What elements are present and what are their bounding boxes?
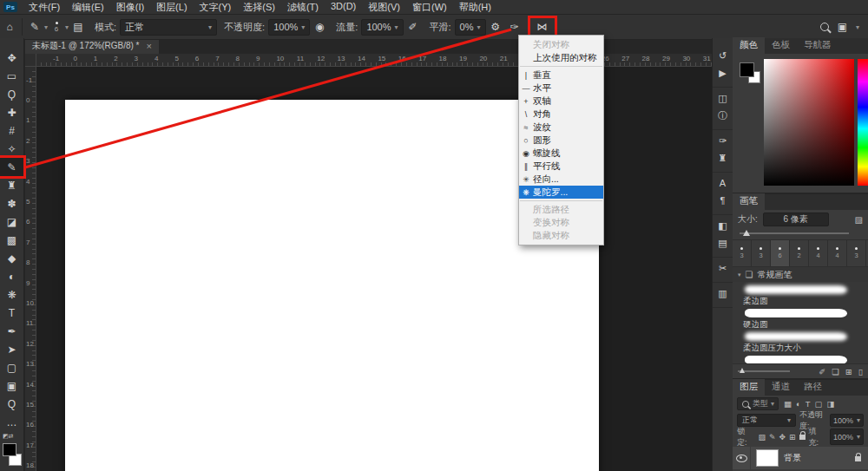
blend-mode-select[interactable]: 正常 ▾ xyxy=(120,19,217,36)
slider-thumb[interactable] xyxy=(743,230,750,236)
brush-group-row[interactable]: ▾ ❏ 常规画笔 xyxy=(733,267,868,282)
tool-gradient-tool[interactable]: ▩ xyxy=(0,231,23,249)
brush-settings-icon[interactable]: ▨ xyxy=(855,215,863,225)
slider-thumb[interactable] xyxy=(740,368,745,373)
tool-crop-tool[interactable]: # xyxy=(0,121,23,140)
lock-transparent-icon[interactable]: ▨ xyxy=(758,433,766,442)
brush-preset[interactable]: 柔边圆压力大小 xyxy=(743,332,868,352)
tool-blur-tool[interactable]: ◆ xyxy=(0,249,23,267)
recent-brush[interactable]: 4 xyxy=(809,240,828,266)
foreground-color-swatch[interactable] xyxy=(740,62,754,77)
menu-file[interactable]: 文件(F) xyxy=(23,1,66,14)
panel-color-swatches[interactable] xyxy=(740,62,762,85)
libraries-panel-icon[interactable]: ▥ xyxy=(713,285,733,302)
menu-item-spiral[interactable]: ◉螺旋线 xyxy=(519,147,603,160)
lock-all-icon[interactable] xyxy=(799,432,806,442)
preview-size-slider[interactable] xyxy=(738,370,790,372)
recent-brush[interactable]: 4 xyxy=(828,240,847,266)
pressure-size-icon[interactable]: ✑ xyxy=(505,21,524,33)
workspace-switcher-icon[interactable]: ▣ xyxy=(838,21,847,33)
menu-item-mandala[interactable]: ❋曼陀罗... xyxy=(519,186,603,199)
foreground-color-swatch[interactable] xyxy=(3,443,16,456)
menu-type[interactable]: 文字(Y) xyxy=(194,1,238,14)
notes-panel-icon[interactable]: ▤ xyxy=(713,234,733,252)
filter-smart-icon[interactable]: ◨ xyxy=(827,399,835,409)
menu-item-circle[interactable]: ○圆形 xyxy=(519,134,603,147)
tool-dodge-tool[interactable]: ◐ xyxy=(0,267,23,285)
stroke-preview-toggle-icon[interactable]: ✐ xyxy=(819,367,825,376)
recent-brush[interactable]: 3 xyxy=(847,240,866,266)
layer-row-background[interactable]: 背景 xyxy=(733,447,868,469)
menu-help[interactable]: 帮助(H) xyxy=(453,1,497,14)
hue-slider[interactable] xyxy=(858,59,868,186)
menu-item-horizontal[interactable]: ―水平 xyxy=(519,82,603,95)
menu-image[interactable]: 图像(I) xyxy=(110,1,150,14)
info-panel-icon[interactable]: ⓘ xyxy=(713,107,733,124)
tool-brush-tool[interactable]: ✎ xyxy=(0,158,23,176)
menu-layer[interactable]: 图层(L) xyxy=(150,1,193,14)
recent-brush[interactable]: 6 xyxy=(771,240,790,266)
tab-channels[interactable]: 通道 xyxy=(765,379,797,396)
tool-eyedropper-tool[interactable]: ✧ xyxy=(0,140,23,158)
menu-select[interactable]: 选择(S) xyxy=(237,1,281,14)
layer-thumbnail[interactable] xyxy=(756,449,779,467)
tab-brushes[interactable]: 画笔 xyxy=(733,193,765,210)
menu-view[interactable]: 视图(V) xyxy=(362,1,406,14)
home-icon[interactable]: ⌂ xyxy=(0,21,19,33)
layer-opacity-select[interactable]: 100% ▾ xyxy=(830,414,864,427)
brush-size-field[interactable]: 6 像素 xyxy=(763,213,829,226)
brush-size-preview[interactable]: 6 xyxy=(48,22,65,33)
tool-eraser-tool[interactable]: ◪ xyxy=(0,213,23,231)
airbrush-icon[interactable]: ✐ xyxy=(404,21,423,33)
history-panel-icon[interactable]: ↺ xyxy=(713,47,733,64)
paragraph-panel-icon[interactable]: ¶ xyxy=(713,192,733,209)
swap-colors-icon[interactable]: ◩⇄ xyxy=(3,433,13,440)
delete-brush-icon[interactable]: ▯ xyxy=(858,367,863,376)
tool-move-tool[interactable]: ✥ xyxy=(0,49,23,67)
tool-presets-panel-icon[interactable]: ✂ xyxy=(713,259,733,277)
tool-shape-tool[interactable]: ▢ xyxy=(0,358,23,376)
tab-swatches[interactable]: 色板 xyxy=(765,37,797,54)
filter-adjustment-icon[interactable]: ◐ xyxy=(796,399,801,409)
menu-edit[interactable]: 编辑(E) xyxy=(66,1,110,14)
smoothing-options-gear-icon[interactable]: ⚙ xyxy=(486,21,505,33)
tool-clone-stamp-tool[interactable]: ♜ xyxy=(0,176,23,194)
tab-color[interactable]: 颜色 xyxy=(733,37,765,54)
new-brush-icon[interactable]: ⊞ xyxy=(845,367,852,376)
menu-item-last-used-symmetry[interactable]: 上次使用的对称 xyxy=(519,51,603,64)
close-icon[interactable]: × xyxy=(147,41,152,51)
tool-smudge-tool[interactable]: ❋ xyxy=(0,285,23,304)
recent-brush[interactable]: 3 xyxy=(733,240,752,266)
brush-settings-panel-icon[interactable]: ✑ xyxy=(713,132,733,149)
search-icon[interactable] xyxy=(820,23,829,31)
tab-navigator[interactable]: 导航器 xyxy=(797,37,838,54)
lock-paint-icon[interactable]: ✎ xyxy=(769,433,776,442)
lock-move-icon[interactable]: ✥ xyxy=(779,433,786,442)
filter-pixel-icon[interactable]: ▦ xyxy=(784,399,792,409)
menu-item-parallel-lines[interactable]: ∥平行线 xyxy=(519,160,603,173)
tool-pen-tool[interactable]: ✒ xyxy=(0,322,23,340)
paint-symmetry-butterfly-icon[interactable]: ⋈ xyxy=(533,21,552,33)
brush-preset[interactable]: 柔边圆 xyxy=(743,285,868,305)
filter-type-icon[interactable]: T xyxy=(806,399,811,409)
layer-comps-panel-icon[interactable]: ◧ xyxy=(713,217,733,234)
layer-fill-select[interactable]: 100% ▾ xyxy=(830,428,864,445)
brush-tool-preset-icon[interactable]: ✎ xyxy=(25,21,44,33)
adjustments-panel-icon[interactable]: ◫ xyxy=(713,89,733,107)
opacity-select[interactable]: 100% ▾ xyxy=(268,19,310,36)
character-panel-icon[interactable]: A xyxy=(713,174,733,192)
menu-item-vertical[interactable]: |垂直 xyxy=(519,69,603,82)
recent-brush[interactable]: 2 xyxy=(790,240,809,266)
menu-item-dual-axis[interactable]: +双轴 xyxy=(519,95,603,108)
lock-artboard-icon[interactable]: ⊞ xyxy=(789,433,796,442)
tool-more-tools[interactable]: … xyxy=(0,413,23,431)
brush-size-slider[interactable] xyxy=(740,229,861,239)
color-picker-field[interactable] xyxy=(764,59,854,186)
menu-item-radial[interactable]: ✳径向... xyxy=(519,173,603,186)
tab-layers[interactable]: 图层 xyxy=(733,379,765,396)
tool-spot-healing-tool[interactable]: ✚ xyxy=(0,103,23,121)
document-tab[interactable]: 未标题-1 @ 172%(RGB/8) * × xyxy=(25,38,159,54)
tool-path-select-tool[interactable]: ➤ xyxy=(0,340,23,358)
smoothing-select[interactable]: 0% ▾ xyxy=(455,19,486,36)
chevron-down-icon[interactable]: ▾ xyxy=(856,23,859,31)
